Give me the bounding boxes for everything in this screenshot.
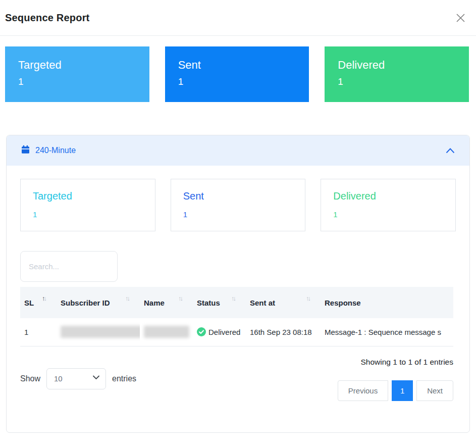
column-label: Status	[197, 298, 220, 307]
column-header-name[interactable]: Name ↑↓	[140, 287, 193, 318]
status-badge: Delivered	[208, 328, 240, 336]
redacted-name	[144, 326, 189, 338]
stat-card-value: 1	[333, 210, 455, 219]
sort-icon: ↑↓	[178, 294, 189, 302]
accordion-body: Targeted 1 Sent 1 Delivered 1	[7, 166, 469, 401]
sort-icon: ↑↓	[231, 294, 242, 302]
stat-card-delivered: Delivered 1	[321, 179, 456, 231]
check-circle-icon	[197, 327, 206, 336]
column-label: Response	[325, 298, 361, 307]
previous-page-button[interactable]: Previous	[338, 380, 388, 401]
column-header-sent-at[interactable]: Sent at ↑↓	[246, 287, 321, 318]
cell-response: Message-1 : Sequence message s	[321, 318, 453, 346]
column-header-response: Response	[321, 287, 453, 318]
summary-card-value: 1	[18, 76, 149, 87]
summary-card-label: Targeted	[18, 59, 149, 72]
page-1-button[interactable]: 1	[392, 380, 413, 401]
table-header-row: SL ↑↓ Subscriber ID ↑↓	[20, 287, 453, 318]
column-label: Name	[144, 298, 165, 307]
page-title: Sequence Report	[5, 12, 89, 24]
report-table: SL ↑↓ Subscriber ID ↑↓	[20, 287, 453, 346]
summary-card-delivered: Delivered 1	[325, 46, 469, 102]
stat-card-value: 1	[183, 210, 305, 219]
stat-card-targeted: Targeted 1	[20, 179, 155, 231]
summary-card-label: Delivered	[338, 59, 469, 72]
cell-sent-at: 16th Sep 23 08:18	[246, 318, 321, 346]
column-label: Subscriber ID	[61, 298, 110, 307]
summary-card-targeted: Targeted 1	[5, 46, 149, 102]
close-icon	[455, 17, 466, 25]
sort-icon: ↑↓	[306, 294, 316, 302]
column-header-status[interactable]: Status ↑↓	[193, 287, 246, 318]
calendar-icon	[21, 145, 30, 157]
cell-sl: 1	[20, 318, 57, 346]
sequence-step-accordion: 240-Minute Targeted 1 Sent 1 Delivered 1	[6, 135, 470, 433]
redacted-subscriber-id	[61, 326, 140, 338]
summary-cards-row: Targeted 1 Sent 1 Delivered 1	[5, 46, 469, 102]
chevron-up-icon	[445, 147, 455, 154]
stat-card-label: Sent	[183, 190, 305, 202]
column-label: SL	[24, 298, 34, 307]
show-label: Show	[20, 374, 40, 383]
step-stat-cards-row: Targeted 1 Sent 1 Delivered 1	[20, 179, 456, 231]
column-header-subscriber-id[interactable]: Subscriber ID ↑↓	[57, 287, 140, 318]
modal-header: Sequence Report	[0, 0, 476, 36]
sequence-report-modal: Sequence Report Targeted 1 Sent 1 Delive…	[0, 0, 476, 433]
table-row: 1	[20, 318, 453, 346]
entries-label: entries	[112, 374, 136, 383]
summary-card-label: Sent	[178, 59, 309, 72]
summary-card-value: 1	[338, 76, 469, 87]
cell-name	[140, 318, 193, 346]
summary-card-value: 1	[178, 76, 309, 87]
accordion-header[interactable]: 240-Minute	[7, 135, 469, 166]
stat-card-label: Delivered	[333, 190, 455, 202]
entries-summary: Showing 1 to 1 of 1 entries	[360, 358, 453, 367]
cell-subscriber-id	[57, 318, 140, 346]
summary-card-sent: Sent 1	[165, 46, 309, 102]
cell-status: Delivered	[193, 318, 246, 346]
stat-card-value: 1	[33, 210, 155, 219]
close-button[interactable]	[453, 11, 468, 25]
next-page-button[interactable]: Next	[416, 380, 453, 401]
column-header-sl[interactable]: SL ↑↓	[20, 287, 57, 318]
page-size-control: Show 10 entries	[20, 357, 136, 401]
page-size-select[interactable]: 10	[46, 368, 106, 389]
stat-card-label: Targeted	[33, 190, 155, 202]
column-label: Sent at	[250, 298, 275, 307]
table-footer: Show 10 entries Showing 1 to 1 of 1 entr…	[20, 357, 453, 401]
sort-icon: ↑↓	[42, 294, 52, 302]
search-input[interactable]	[20, 251, 118, 282]
pagination: Previous 1 Next	[338, 380, 453, 401]
accordion-title: 240-Minute	[35, 146, 76, 155]
stat-card-sent: Sent 1	[171, 179, 306, 231]
sort-icon: ↑↓	[125, 294, 136, 302]
